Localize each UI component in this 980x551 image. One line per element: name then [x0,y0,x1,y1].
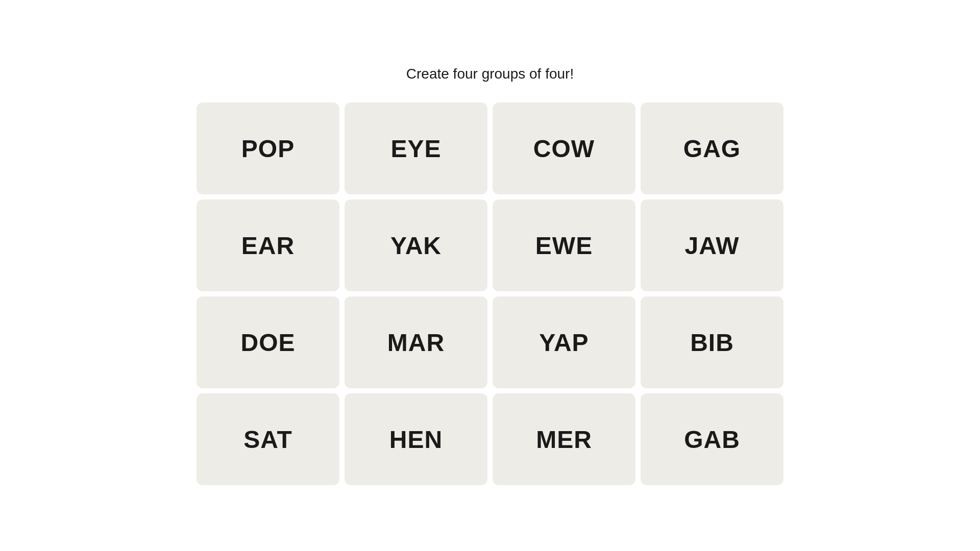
tile-bib[interactable]: BIB [641,296,783,388]
tile-label-sat: SAT [243,425,292,454]
tile-label-jaw: JAW [684,232,739,260]
tile-hen[interactable]: HEN [345,393,487,485]
tile-label-pop: POP [241,135,295,163]
tile-ewe[interactable]: EWE [493,199,635,291]
tile-sat[interactable]: SAT [197,393,339,485]
tile-label-doe: DOE [240,329,295,357]
tile-label-yap: YAP [539,329,589,357]
tile-eye[interactable]: EYE [345,103,487,194]
game-grid: POPEYECOWGAGEARYAKEWEJAWDOEMARYAPBIBSATH… [197,103,783,485]
tile-label-hen: HEN [389,425,443,454]
tile-label-ear: EAR [241,232,295,260]
tile-doe[interactable]: DOE [197,296,339,388]
tile-mar[interactable]: MAR [345,296,487,388]
tile-label-mer: MER [536,425,592,454]
tile-gag[interactable]: GAG [641,103,783,194]
tile-ear[interactable]: EAR [197,199,339,291]
tile-label-ewe: EWE [535,232,593,260]
tile-label-eye: EYE [390,135,441,163]
tile-label-bib: BIB [690,329,734,357]
tile-label-gag: GAG [683,135,741,163]
tile-yak[interactable]: YAK [345,199,487,291]
tile-pop[interactable]: POP [197,103,339,194]
tile-label-yak: YAK [390,232,442,260]
tile-label-gab: GAB [684,425,740,454]
tile-label-mar: MAR [387,329,445,357]
subtitle-text: Create four groups of four! [406,66,574,82]
tile-gab[interactable]: GAB [641,393,783,485]
tile-jaw[interactable]: JAW [641,199,783,291]
tile-label-cow: COW [533,135,595,163]
tile-mer[interactable]: MER [493,393,635,485]
tile-cow[interactable]: COW [493,103,635,194]
tile-yap[interactable]: YAP [493,296,635,388]
